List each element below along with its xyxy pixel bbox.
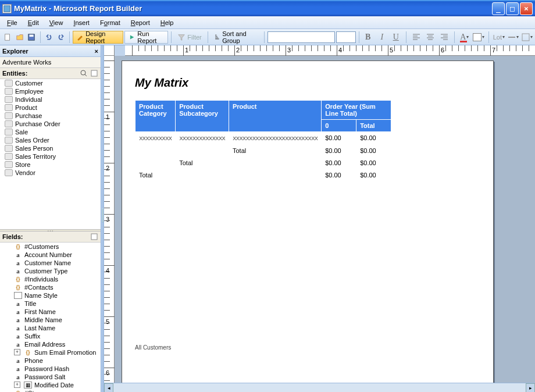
header-year[interactable]: Order Year (Sum Line Total) — [322, 101, 391, 120]
entity-item[interactable]: Sales Order — [0, 136, 101, 144]
italic-button[interactable]: I — [376, 31, 388, 43]
font-size-selector[interactable] — [336, 31, 356, 43]
cell-value0[interactable]: $0.00 — [322, 169, 356, 181]
open-button[interactable] — [15, 31, 26, 44]
report-footer[interactable]: All Customers — [135, 344, 480, 351]
cell-category[interactable]: xxxxxxxxxx — [135, 132, 176, 145]
search-icon[interactable] — [80, 69, 88, 77]
lot-button[interactable]: Lot▾ — [493, 31, 505, 43]
field-item[interactable]: ▦Modified Date — [0, 381, 101, 389]
cell-value0[interactable]: $0.00 — [322, 132, 356, 145]
cell-product[interactable] — [229, 169, 321, 181]
header-subcategory[interactable]: Product Subcategory — [176, 101, 229, 132]
cell-product[interactable]: xxxxxxxxxxxxxxxxxxxxxxxxxx — [229, 132, 321, 145]
entity-item[interactable]: Purchase Order — [0, 120, 101, 128]
field-item[interactable]: {}#Contacts — [0, 283, 101, 291]
scroll-left-button[interactable]: ◂ — [104, 383, 113, 393]
cell-value0[interactable]: $0.00 — [322, 145, 356, 157]
field-item[interactable]: Name Style — [0, 291, 101, 300]
menu-help[interactable]: Help — [156, 18, 179, 27]
header-product[interactable]: Product — [229, 101, 321, 132]
run-mode-button[interactable]: Run Report — [124, 31, 169, 44]
matrix-row[interactable]: Total$0.00$0.00 — [135, 169, 391, 181]
border-button[interactable]: ▾ — [521, 31, 533, 43]
cell-total[interactable]: $0.00 — [356, 145, 391, 157]
minimize-button[interactable]: _ — [492, 2, 505, 15]
menu-view[interactable]: View — [45, 18, 68, 27]
menu-format[interactable]: Format — [95, 18, 125, 27]
entity-item[interactable]: Employee — [0, 87, 101, 95]
cell-product[interactable] — [229, 157, 321, 169]
font-color-button[interactable]: A▾ — [459, 31, 470, 43]
cell-category[interactable] — [135, 157, 176, 169]
font-selector[interactable] — [268, 31, 335, 43]
entity-item[interactable]: Sale — [0, 128, 101, 136]
field-item[interactable]: {}#Individuals — [0, 275, 101, 283]
underline-button[interactable]: U — [390, 31, 402, 43]
cell-total[interactable]: $0.00 — [356, 169, 391, 181]
bold-button[interactable]: B — [362, 31, 374, 43]
cell-category[interactable] — [135, 145, 176, 157]
field-item[interactable]: aSuffix — [0, 332, 101, 340]
header-category[interactable]: Product Category — [135, 101, 176, 132]
align-left-button[interactable] — [411, 31, 422, 43]
matrix-row[interactable]: Total$0.00$0.00 — [135, 145, 391, 157]
report-page[interactable]: My Matrix Product Category Product Subca… — [122, 60, 494, 383]
maximize-button[interactable]: □ — [506, 2, 519, 15]
matrix-row[interactable]: xxxxxxxxxxxxxxxxxxxxxxxxxxxxxxxxxxxxxxxx… — [135, 132, 391, 145]
field-item[interactable]: aEmail Address — [0, 340, 101, 348]
cell-category[interactable]: Total — [135, 169, 176, 181]
align-center-button[interactable] — [425, 31, 436, 43]
border-style-button[interactable]: ▾ — [507, 31, 519, 43]
fill-color-button[interactable]: ▾ — [473, 31, 484, 43]
entity-item[interactable]: Vendor — [0, 169, 101, 177]
entity-item[interactable]: Store — [0, 161, 101, 169]
align-right-button[interactable] — [438, 31, 450, 43]
entity-item[interactable]: Customer — [0, 79, 101, 87]
header-total[interactable]: Total — [356, 120, 391, 132]
field-item[interactable]: {}#Customers — [0, 243, 101, 251]
menu-insert[interactable]: Insert — [69, 18, 94, 27]
matrix-row[interactable]: Total$0.00$0.00 — [135, 157, 391, 169]
undo-button[interactable] — [44, 31, 55, 44]
field-item[interactable]: aPassword Hash — [0, 365, 101, 373]
entities-tree[interactable]: CustomerEmployeeIndividualProductPurchas… — [0, 79, 101, 229]
redo-button[interactable] — [55, 31, 66, 44]
cell-total[interactable]: $0.00 — [356, 157, 391, 169]
field-item[interactable]: aFirst Name — [0, 308, 101, 316]
field-item[interactable]: aTitle — [0, 300, 101, 308]
new-entity-icon[interactable] — [90, 69, 98, 77]
cell-value0[interactable]: $0.00 — [322, 157, 356, 169]
fields-tree[interactable]: {}#CustomersaAccount NumberaCustomer Nam… — [0, 243, 101, 393]
field-item[interactable]: aLast Name — [0, 324, 101, 332]
field-item[interactable]: aPhone — [0, 357, 101, 365]
new-button[interactable] — [2, 31, 13, 44]
report-title[interactable]: My Matrix — [135, 76, 480, 90]
field-item[interactable]: aCustomer Name — [0, 259, 101, 267]
filter-button[interactable]: Filter — [174, 31, 204, 44]
cell-subcategory[interactable]: xxxxxxxxxxxxxx — [176, 132, 229, 145]
cell-subcategory[interactable]: Total — [176, 157, 229, 169]
field-item[interactable]: aCustomer Type — [0, 267, 101, 275]
field-item[interactable]: aAccount Number — [0, 251, 101, 259]
cell-subcategory[interactable] — [176, 169, 229, 181]
fields-config-icon[interactable] — [90, 233, 98, 241]
field-item[interactable]: aPassword Salt — [0, 373, 101, 381]
cell-subcategory[interactable] — [176, 145, 229, 157]
field-item[interactable]: {}Sum Email Promotion — [0, 348, 101, 357]
entity-item[interactable]: Sales Territory — [0, 152, 101, 161]
entity-item[interactable]: Purchase — [0, 112, 101, 120]
entity-item[interactable]: Sales Person — [0, 144, 101, 152]
canvas-scroll[interactable]: My Matrix Product Category Product Subca… — [115, 56, 535, 383]
menu-report[interactable]: Report — [126, 18, 155, 27]
field-item[interactable]: {}#Stores — [0, 389, 101, 393]
entity-item[interactable]: Product — [0, 104, 101, 112]
header-col0[interactable]: 0 — [322, 120, 356, 132]
close-button[interactable]: × — [520, 2, 533, 15]
matrix-table[interactable]: Product Category Product Subcategory Pro… — [135, 100, 391, 181]
field-item[interactable]: aMiddle Name — [0, 316, 101, 324]
cell-product[interactable]: Total — [229, 145, 321, 157]
entity-item[interactable]: Individual — [0, 95, 101, 104]
save-button[interactable] — [26, 31, 37, 44]
design-mode-button[interactable]: Design Report — [73, 31, 123, 44]
